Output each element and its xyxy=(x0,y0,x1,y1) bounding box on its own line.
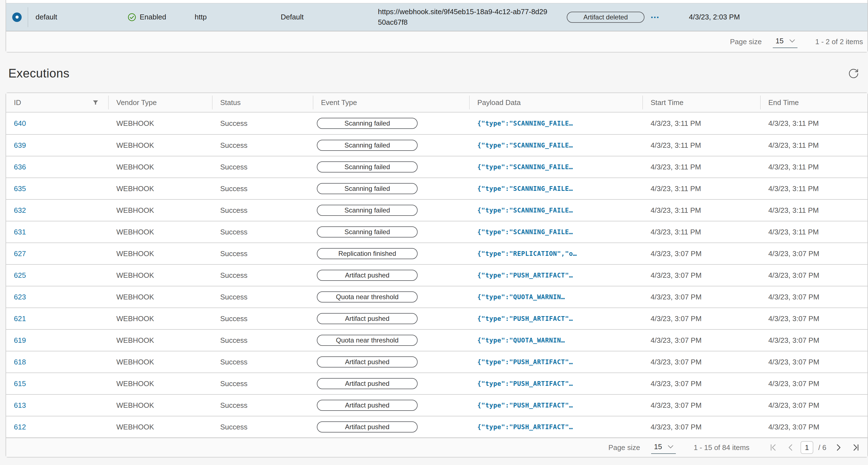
execution-id-link[interactable]: 623 xyxy=(14,293,26,301)
payload-data-link[interactable]: {"type":"PUSH_ARTIFACT"… xyxy=(477,423,573,431)
previous-page-button[interactable] xyxy=(783,440,798,455)
webhook-created-time: 4/3/23, 2:03 PM xyxy=(689,13,867,21)
event-type-badge: Quota near threshold xyxy=(317,291,417,302)
payload-data-link[interactable]: {"type":"SCANNING_FAILE… xyxy=(477,185,573,192)
execution-id-link[interactable]: 631 xyxy=(14,228,26,236)
payload-data-link[interactable]: {"type":"REPLICATION","o… xyxy=(477,250,577,257)
webhook-radio-selected[interactable] xyxy=(12,12,22,22)
event-type-badge: Artifact pushed xyxy=(317,378,417,389)
execution-row: 625 WEBHOOK Success Artifact pushed {"ty… xyxy=(6,264,867,286)
payload-data-link[interactable]: {"type":"SCANNING_FAILE… xyxy=(477,120,573,127)
execution-start-time: 4/3/23, 3:07 PM xyxy=(643,379,761,388)
page-size-select[interactable]: 15 xyxy=(651,441,676,454)
payload-data-link[interactable]: {"type":"QUOTA_WARNIN… xyxy=(477,337,565,344)
execution-vendor-type: WEBHOOK xyxy=(108,206,212,215)
execution-start-time: 4/3/23, 3:07 PM xyxy=(643,401,761,410)
filter-icon[interactable] xyxy=(92,99,99,106)
execution-id-link[interactable]: 635 xyxy=(14,184,26,193)
execution-status: Success xyxy=(212,336,313,345)
execution-start-time: 4/3/23, 3:07 PM xyxy=(643,271,761,280)
execution-vendor-type: WEBHOOK xyxy=(108,423,212,431)
execution-start-time: 4/3/23, 3:11 PM xyxy=(643,141,761,150)
execution-id-link[interactable]: 612 xyxy=(14,423,26,431)
refresh-icon[interactable] xyxy=(847,67,860,80)
payload-data-link[interactable]: {"type":"PUSH_ARTIFACT"… xyxy=(477,402,573,409)
column-header-vendor-type: Vendor Type xyxy=(108,93,212,112)
execution-start-time: 4/3/23, 3:11 PM xyxy=(643,184,761,193)
execution-row: 615 WEBHOOK Success Artifact pushed {"ty… xyxy=(6,373,867,394)
execution-vendor-type: WEBHOOK xyxy=(108,228,212,236)
execution-id-link[interactable]: 636 xyxy=(14,163,26,171)
execution-end-time: 4/3/23, 3:07 PM xyxy=(761,336,867,345)
executions-table-card: ID Vendor Type Status Event Type Payload… xyxy=(5,92,868,458)
webhook-row-selected[interactable]: default Enabled http Default https://web… xyxy=(6,3,867,31)
execution-id-link[interactable]: 627 xyxy=(14,250,26,258)
execution-id-link[interactable]: 619 xyxy=(14,336,26,345)
execution-status: Success xyxy=(212,293,313,301)
execution-id-link[interactable]: 625 xyxy=(14,271,26,280)
event-type-badge: Scanning failed xyxy=(317,118,417,129)
execution-id-link[interactable]: 613 xyxy=(14,401,26,410)
webhook-name: default xyxy=(28,13,124,21)
execution-end-time: 4/3/23, 3:07 PM xyxy=(761,401,867,410)
execution-end-time: 4/3/23, 3:07 PM xyxy=(761,379,867,388)
webhook-notify-type: http xyxy=(192,13,279,21)
next-page-button[interactable] xyxy=(831,440,846,455)
webhooks-row-partial xyxy=(6,0,867,3)
execution-id-link[interactable]: 632 xyxy=(14,206,26,215)
execution-row: 612 WEBHOOK Success Artifact pushed {"ty… xyxy=(6,416,867,437)
execution-id-link[interactable]: 640 xyxy=(14,119,26,128)
executions-table-header: ID Vendor Type Status Event Type Payload… xyxy=(6,93,867,113)
execution-status: Success xyxy=(212,141,313,150)
execution-id-link[interactable]: 621 xyxy=(14,315,26,323)
execution-start-time: 4/3/23, 3:11 PM xyxy=(643,119,761,128)
last-page-button[interactable] xyxy=(848,440,863,455)
execution-status: Success xyxy=(212,228,313,236)
payload-data-link[interactable]: {"type":"PUSH_ARTIFACT"… xyxy=(477,380,573,387)
execution-id-link[interactable]: 639 xyxy=(14,141,26,150)
execution-end-time: 4/3/23, 3:07 PM xyxy=(761,358,867,367)
execution-vendor-type: WEBHOOK xyxy=(108,141,212,150)
execution-status: Success xyxy=(212,250,313,258)
execution-row: 623 WEBHOOK Success Quota near threshold… xyxy=(6,286,867,308)
execution-id-link[interactable]: 618 xyxy=(14,358,26,367)
execution-end-time: 4/3/23, 3:11 PM xyxy=(761,119,867,128)
payload-data-link[interactable]: {"type":"QUOTA_WARNIN… xyxy=(477,293,565,300)
execution-start-time: 4/3/23, 3:07 PM xyxy=(643,358,761,367)
execution-end-time: 4/3/23, 3:07 PM xyxy=(761,271,867,280)
more-event-types-button[interactable]: ... xyxy=(651,13,659,21)
execution-row: 636 WEBHOOK Success Scanning failed {"ty… xyxy=(6,156,867,177)
payload-data-link[interactable]: {"type":"SCANNING_FAILE… xyxy=(477,228,573,236)
webhook-enabled-cell: Enabled xyxy=(124,13,192,22)
execution-end-time: 4/3/23, 3:11 PM xyxy=(761,228,867,236)
execution-vendor-type: WEBHOOK xyxy=(108,315,212,323)
execution-row: 632 WEBHOOK Success Scanning failed {"ty… xyxy=(6,199,867,221)
page-size-select[interactable]: 15 xyxy=(773,35,798,48)
payload-data-link[interactable]: {"type":"PUSH_ARTIFACT"… xyxy=(477,272,573,279)
webhook-payload-format: Default xyxy=(279,13,378,21)
page-size-value: 15 xyxy=(654,442,662,451)
execution-status: Success xyxy=(212,358,313,367)
column-header-event-type: Event Type xyxy=(313,93,469,112)
payload-data-link[interactable]: {"type":"SCANNING_FAILE… xyxy=(477,142,573,149)
execution-status: Success xyxy=(212,119,313,128)
payload-data-link[interactable]: {"type":"SCANNING_FAILE… xyxy=(477,207,573,214)
column-header-start-time: Start Time xyxy=(643,93,761,112)
execution-id-link[interactable]: 615 xyxy=(14,379,26,388)
execution-row: 627 WEBHOOK Success Replication finished… xyxy=(6,242,867,264)
current-page-input[interactable] xyxy=(801,441,813,454)
payload-data-link[interactable]: {"type":"PUSH_ARTIFACT"… xyxy=(477,358,573,366)
webhook-event-types-cell: Artifact deleted ... xyxy=(567,12,689,23)
execution-end-time: 4/3/23, 3:11 PM xyxy=(761,206,867,215)
column-header-status: Status xyxy=(212,93,313,112)
pagination-controls: / 6 xyxy=(766,440,863,455)
webhook-endpoint-url: https://webhook.site/9f45eb15-18a9-4c12-… xyxy=(378,7,567,28)
execution-vendor-type: WEBHOOK xyxy=(108,184,212,193)
execution-start-time: 4/3/23, 3:07 PM xyxy=(643,250,761,258)
payload-data-link[interactable]: {"type":"SCANNING_FAILE… xyxy=(477,163,573,171)
items-range-text: 1 - 2 of 2 items xyxy=(815,37,863,46)
payload-data-link[interactable]: {"type":"PUSH_ARTIFACT"… xyxy=(477,315,573,322)
first-page-button[interactable] xyxy=(766,440,780,455)
execution-status: Success xyxy=(212,206,313,215)
execution-vendor-type: WEBHOOK xyxy=(108,336,212,345)
